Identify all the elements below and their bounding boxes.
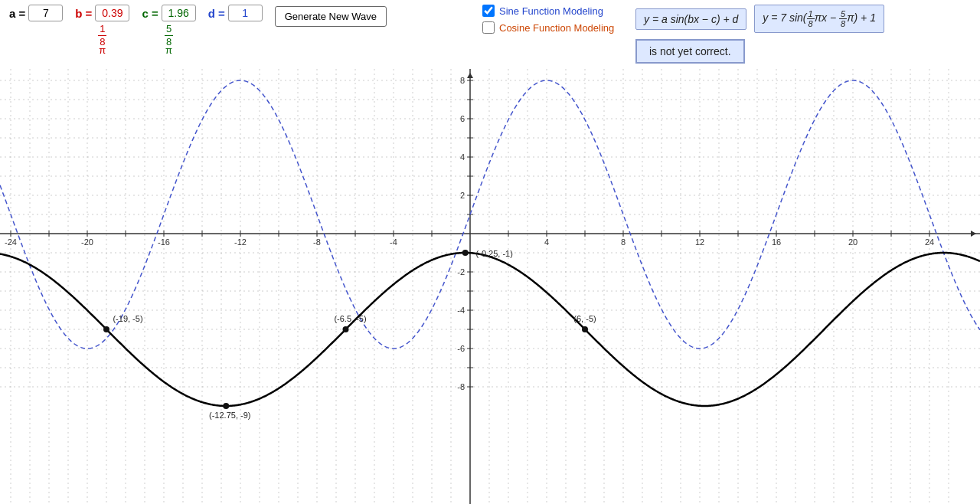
param-b-input[interactable]	[95, 5, 129, 21]
param-c-label: c =	[142, 7, 158, 20]
legend-cosine-item: Cosine Function Modeling	[482, 21, 614, 34]
param-b-label-input: b =	[75, 5, 129, 21]
param-b-fraction-num: 1	[98, 23, 106, 36]
param-a-label: a =	[9, 7, 25, 20]
legend: Sine Function Modeling Cosine Function M…	[482, 5, 614, 38]
param-c-input[interactable]	[162, 5, 196, 21]
param-d-label-input: d =	[208, 5, 263, 21]
param-c-label-input: c =	[142, 5, 195, 21]
formula-generic-box: y = a sin(bx − c) + d	[635, 8, 746, 30]
param-b-group: b = 1 8 π	[75, 5, 129, 56]
param-c-group: c = 5 8 π	[142, 5, 195, 56]
param-a-label-input: a =	[9, 5, 63, 21]
param-d-input[interactable]	[228, 5, 263, 21]
controls-row: a = b = 1 8 π c = 5 8 π d =	[0, 5, 396, 56]
formula-generic-text: y = a sin(bx − c) + d	[644, 13, 738, 25]
param-d-group: d =	[208, 5, 263, 21]
formula-specific-box: y = 7 sin(18πx − 58π) + 1	[754, 5, 884, 33]
formula-area: y = a sin(bx − c) + d y = 7 sin(18πx − 5…	[635, 5, 884, 64]
legend-sine-item: Sine Function Modeling	[482, 5, 614, 17]
param-a-input[interactable]	[28, 5, 63, 21]
param-d-label: d =	[208, 7, 225, 20]
graph-canvas	[0, 69, 980, 504]
param-b-pi: π	[99, 44, 106, 56]
cosine-label: Cosine Function Modeling	[499, 22, 614, 34]
sine-checkbox[interactable]	[482, 5, 495, 17]
param-c-fraction-num: 5	[165, 23, 173, 36]
sine-label: Sine Function Modeling	[499, 5, 603, 17]
generate-button[interactable]: Generate New Wave	[275, 6, 387, 27]
formula-specific-text: y = 7 sin(18πx − 58π) + 1	[763, 11, 876, 24]
param-b-label: b =	[75, 7, 92, 20]
param-c-pi: π	[165, 44, 172, 56]
param-a-group: a =	[9, 5, 63, 21]
cosine-checkbox[interactable]	[482, 21, 495, 34]
not-correct-container: is not yet correct.	[635, 39, 884, 64]
not-correct-text: is not yet correct.	[635, 39, 745, 64]
